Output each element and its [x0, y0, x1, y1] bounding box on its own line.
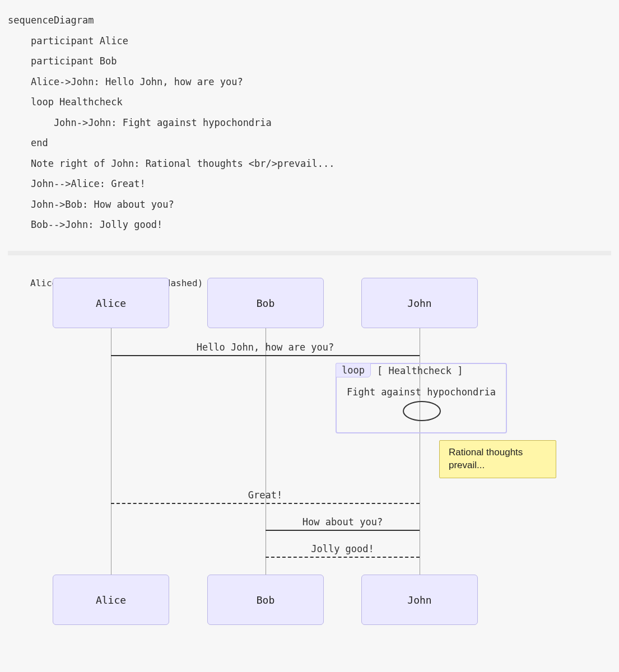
note-line: prevail...	[449, 459, 547, 472]
actor-label: Alice	[96, 297, 126, 309]
source-code-block: sequenceDiagram participant Alice partic…	[8, 10, 611, 235]
lifeline-bob	[266, 328, 266, 575]
actor-alice-bottom: Alice	[53, 575, 169, 625]
actor-label: Alice	[96, 594, 126, 606]
loop-tag: loop	[336, 363, 371, 377]
actor-john-top: John	[361, 278, 478, 328]
code-line: John->John: Fight against hypochondria	[8, 117, 272, 128]
code-line: sequenceDiagram	[8, 15, 94, 26]
actor-bob-top: Bob	[207, 278, 324, 328]
actor-label: John	[407, 594, 431, 606]
code-line: loop Healthcheck	[8, 96, 123, 108]
message-line	[266, 557, 420, 558]
message-label: How about you?	[266, 516, 420, 528]
code-line: John-->Alice: Great!	[8, 178, 146, 189]
actor-label: Bob	[257, 297, 275, 309]
actor-label: John	[407, 297, 431, 309]
actor-alice-top: Alice	[53, 278, 169, 328]
loop-healthcheck: loop [ Healthcheck ] Fight against hypoc…	[336, 363, 507, 433]
self-message-loop-icon	[403, 401, 441, 421]
message-line	[111, 355, 420, 356]
loop-message-label: Fight against hypochondria	[345, 386, 498, 398]
actor-label: Bob	[257, 594, 275, 606]
code-line: Alice->John: Hello John, how are you?	[8, 76, 243, 87]
code-line: participant Alice	[8, 35, 128, 46]
divider	[8, 251, 611, 255]
code-line: John->Bob: How about you?	[8, 199, 174, 210]
code-line: Note right of John: Rational thoughts <b…	[8, 158, 334, 169]
message-label: Jolly good!	[266, 543, 420, 554]
actor-john-bottom: John	[361, 575, 478, 625]
lifeline-alice	[111, 328, 111, 575]
actor-bob-bottom: Bob	[207, 575, 324, 625]
code-line: Bob-->John: Jolly good!	[8, 219, 162, 230]
sequence-diagram: Alice Bob John Hello John, how are you? …	[30, 278, 589, 625]
code-line: end	[8, 137, 48, 148]
loop-title: [ Healthcheck ]	[377, 365, 463, 376]
message-label: Great!	[111, 489, 420, 501]
note-line: Rational thoughts	[449, 446, 547, 459]
note-rational-thoughts: Rational thoughts prevail...	[439, 440, 556, 478]
message-line	[111, 503, 420, 504]
code-line: participant Bob	[8, 55, 117, 67]
message-label: Hello John, how are you?	[111, 342, 420, 353]
message-line	[266, 530, 420, 531]
